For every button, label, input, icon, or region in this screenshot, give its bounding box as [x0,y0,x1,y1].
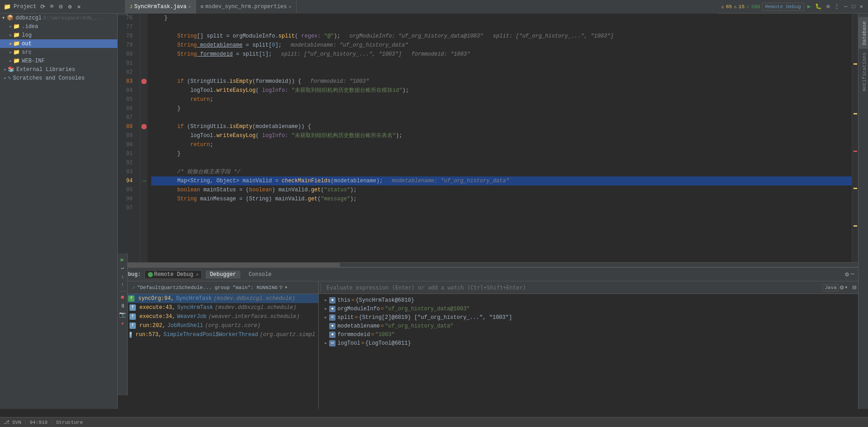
code-line-96: String mainMessage = (String) mainValid.… [151,195,852,204]
debug-close-icon[interactable]: ─ [851,270,854,278]
dropdown-icon[interactable]: ▾ [284,284,288,291]
var-logtool[interactable]: ▸ ∞ logTool = {LogTool@6811} [322,339,854,347]
ln-79: 79 [118,41,136,50]
bp-95 [140,185,148,195]
var-modetablename[interactable]: ▸ ● modetablename = "uf_org_history_data… [322,322,854,330]
bp-82 [140,68,148,77]
log-expand-icon: ▸ [9,32,12,38]
frame-0-name: syncOrg:94, [138,295,174,302]
tab-debugger[interactable]: Debugger [206,270,241,279]
eval-dropdown-icon[interactable]: ▾ [844,284,848,291]
remote-debug-label[interactable]: Remote Debug [762,3,804,11]
gear2-icon[interactable]: ⚙ [825,3,831,10]
var-form-value: "1003" [375,332,394,338]
sidebar-tab-notifications[interactable]: Notifications [858,49,868,95]
eval-input[interactable] [325,284,821,292]
filter-icon[interactable]: ▽ [279,284,283,291]
status-position: 94:910 [29,420,48,425]
eval-settings-icon[interactable]: ⚙ [840,284,844,291]
tab-properties-label: msdev_sync_hrm.properties [205,4,287,10]
bp-83 [140,77,148,86]
sidebar-item-src[interactable]: ▸ 📁 src [0,48,117,57]
settings-icon[interactable]: ⚙ [66,3,73,10]
debug-settings-icon[interactable]: ⚙ [845,270,849,278]
var-this[interactable]: ▸ ● this = {SyncHrmTask@6810} [322,296,854,304]
tab-synchrmtask[interactable]: J SyncHrmTask.java ✕ [125,0,196,14]
ln-87: 87 [118,113,136,122]
var-split[interactable]: ▸ ≡ split = {String[2]@6819} ["uf_org_hi… [322,313,854,322]
var-orgmoduleinfo[interactable]: ▸ ● orgModuleInfo = "uf_org_history_data… [322,304,854,313]
collapse-icon[interactable]: ⊟ [57,3,64,10]
editor-scroll[interactable]: 76 77 78 79 80 81 82 83 84 85 86 87 88 8… [118,14,858,262]
layout-icon[interactable]: ⊟ [853,284,856,291]
run-icon[interactable]: ▶ [806,3,812,10]
project-label[interactable]: Project [14,4,36,10]
bookmark-step-icon[interactable]: ↩ [121,265,124,272]
tabs-bar: J SyncHrmTask.java ✕ ⚙ msdev_sync_hrm.pr… [125,0,718,14]
frame-0-class: SyncHrmTask [176,295,211,302]
debug-thread-area: ✓ "DefaultQuartzSchedule... group "main"… [130,281,317,294]
list-icon[interactable]: ≡ [48,3,55,10]
code-line-85: return; [151,95,852,104]
debug-session-close[interactable]: ✕ [196,272,199,277]
code-line-86: } [151,104,852,113]
bookmark-run-icon[interactable]: ▶ [121,256,125,263]
sidebar-extlib-label: External Libraries [16,66,75,73]
tab-console[interactable]: Console [244,270,276,279]
bookmark-star-icon[interactable]: ★ [121,320,124,327]
scratches-expand-icon: ▸ [4,75,7,81]
sidebar-item-out[interactable]: ▸ 📁 out [0,39,117,48]
menu-icon[interactable]: ⋮ [833,3,841,10]
out-folder-icon: 📁 [13,40,20,47]
extlib-icon: 📚 [8,66,14,73]
close-win-icon[interactable]: ✕ [858,3,864,10]
status-structure-icon[interactable]: Structure [56,420,83,425]
sync-icon[interactable]: ⟳ [39,3,46,10]
java-label[interactable]: Java [822,284,839,291]
bookmark-pause-icon[interactable]: ⏸ [120,303,125,309]
frame-1-icon: f [129,304,136,311]
bp-85 [140,95,148,104]
minimize-icon[interactable]: ─ [843,4,849,10]
code-line-77 [151,23,852,32]
sidebar-item-log[interactable]: ▸ 📁 log [0,31,117,39]
ln-89: 89 [118,131,136,140]
frame-0[interactable]: ↓ f syncOrg:94, SyncHrmTask (msdev.ddbxz… [118,294,318,303]
frame-2[interactable]: f execute:34, WeaverJob (weaver.interfac… [118,312,318,321]
close-icon[interactable]: ✕ [75,3,82,10]
tab-properties-close[interactable]: ✕ [289,4,292,9]
bookmark-cam-icon[interactable]: 📷 [119,311,126,318]
code-content[interactable]: } String[] split = orgModuleInfo.split( … [148,14,852,262]
debug-header-right: ⚙ ─ [845,270,854,278]
frame-4[interactable]: f run:573, SimpleThreadPool$WorkerThread… [118,330,318,339]
bp-76 [140,14,148,23]
bug-icon[interactable]: 🐛 [814,3,823,10]
code-line-91: } [151,149,852,158]
bp-97 [140,204,148,213]
maximize-icon[interactable]: □ [851,4,857,10]
bp-86 [140,104,148,113]
debug-session-label[interactable]: ⬤ Remote Debug ✕ [144,270,201,279]
debug-right-toolbar: Java ⚙ ▾ ⊟ [319,281,858,294]
tab-synchrmtask-close[interactable]: ✕ [188,4,191,9]
sidebar-item-root[interactable]: ▾ 📦 ddbxzcgl D:\Workspace\SVN_... [0,14,117,22]
bookmark-down-icon[interactable]: ↓ [121,274,124,280]
debug-toolbars: ▶ ✓ "DefaultQuartzSchedule... group "mai… [118,281,858,294]
sidebar-item-idea[interactable]: ▸ 📁 .idea [0,22,117,31]
sidebar-scratches-label: Scratches and Consoles [13,75,84,81]
gutter-mark-4 [854,188,857,189]
editor-hscrollbar[interactable] [118,262,858,267]
sidebar-tab-database[interactable]: Database [858,17,868,49]
warn-icon: ⚠ [721,4,724,9]
sidebar-item-extlib[interactable]: ▸ 📚 External Libraries [0,65,117,74]
bookmark-up-icon[interactable]: ↑ [121,282,124,288]
tab-properties[interactable]: ⚙ msdev_sync_hrm.properties ✕ [196,0,297,14]
frame-1[interactable]: f execute:43, SyncHrmTask (msdev.ddbxzcg… [118,303,318,312]
bookmark-sep [120,291,126,291]
sidebar-item-scratches[interactable]: ▸ ✎ Scratches and Consoles [0,74,117,82]
sidebar-item-webinf[interactable]: ▸ 📁 WEB-INF [0,57,117,65]
frame-3[interactable]: f run:202, JobRunShell (org.quartz.core) [118,321,318,330]
code-line-78: String[] split = orgModuleInfo.split( re… [151,32,852,41]
var-formmodeid[interactable]: ▸ ● formmodeid = "1003" [322,330,854,339]
bookmark-stop-icon[interactable]: ■ [121,294,125,301]
